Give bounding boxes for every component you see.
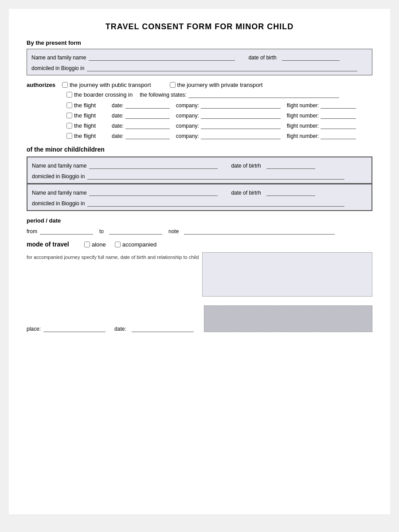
flight-1-company-group: company:	[176, 101, 281, 109]
public-transport-checkbox[interactable]	[62, 82, 68, 88]
flight-row-4: the flight date: company: flight number:	[66, 131, 372, 139]
child-2-box: Name and family name date of birtrh domi…	[27, 184, 372, 211]
place-input[interactable]	[43, 324, 106, 332]
accompanied-checkbox[interactable]	[115, 242, 121, 247]
child-2-name-label: Name and family name	[32, 190, 86, 196]
accompanied-details-textarea[interactable]	[202, 252, 372, 297]
flight-1-company-input[interactable]	[201, 101, 281, 109]
mode-label: mode of travel	[27, 241, 84, 248]
public-transport-label: the journey with public transport	[70, 82, 151, 88]
child-1-domicile-row: domiciled in Bioggio in	[32, 172, 367, 180]
flight-2-company-group: company:	[176, 111, 281, 119]
flight-4-date-group: date:	[112, 131, 170, 139]
private-transport-checkbox-item: the journery with private transport	[170, 82, 263, 88]
border-states-input[interactable]	[188, 90, 339, 98]
flight-1-date-group: date:	[112, 101, 170, 109]
parent-name-input[interactable]	[89, 53, 235, 61]
flight-3-date-group: date:	[112, 121, 170, 129]
form-page: TRAVEL CONSENT FORM FOR MINOR CHILD By t…	[9, 9, 390, 514]
flight-4-number-group: flight number:	[287, 131, 356, 139]
period-heading: period / date	[27, 217, 372, 224]
flight-3-company-input[interactable]	[201, 121, 281, 129]
note-label: note	[168, 228, 179, 235]
flight-4-checkbox[interactable]	[66, 133, 72, 139]
flight-3-company-label: company:	[176, 123, 199, 129]
to-input[interactable]	[109, 227, 162, 235]
flight-4-company-group: company:	[176, 131, 281, 139]
flight-3-checkbox[interactable]	[66, 123, 72, 129]
flight-4-number-input[interactable]	[321, 131, 356, 139]
flight-4-date-label: date:	[112, 133, 124, 139]
parent-info-box: Name and family name date of birth domic…	[27, 49, 372, 75]
authorizes-transport-row: authorizes the journey with public trans…	[27, 82, 372, 88]
child-1-name-label: Name and family name	[32, 163, 86, 169]
textarea-description: for accompanied journey specify full nam…	[27, 252, 202, 297]
flight-2-date-input[interactable]	[125, 111, 170, 119]
from-input[interactable]	[40, 227, 93, 235]
child-1-box: Name and family name date of birtrh domi…	[27, 157, 372, 184]
flight-1-date-input[interactable]	[125, 101, 170, 109]
form-title: TRAVEL CONSENT FORM FOR MINOR CHILD	[27, 22, 372, 31]
flight-1-date-label: date:	[112, 102, 124, 109]
flight-2-label: the flight	[74, 112, 96, 119]
flight-2-number-input[interactable]	[321, 111, 356, 119]
bottom-left: place: date:	[27, 324, 195, 332]
flight-3-number-label: flight number:	[287, 123, 319, 129]
child-1-dob-label: date of birtrh	[231, 163, 261, 169]
parent-domicile-input[interactable]	[87, 63, 357, 71]
flight-2-date-group: date:	[112, 111, 170, 119]
flight-3-number-input[interactable]	[321, 121, 356, 129]
following-states-label: the following states:	[140, 92, 186, 98]
child-2-domicile-input[interactable]	[87, 199, 344, 207]
textarea-section: for accompanied journey specify full nam…	[27, 252, 372, 297]
child-1-dob-input[interactable]	[266, 161, 315, 169]
by-present-form-label: By the present form	[27, 39, 372, 46]
flight-2-number-label: flight number:	[287, 113, 319, 119]
flight-3-date-label: date:	[112, 123, 124, 129]
accompanied-label: accompanied	[122, 241, 156, 248]
child-1-name-input[interactable]	[89, 161, 218, 169]
flight-2-company-input[interactable]	[201, 111, 281, 119]
child-2-domicile-row: domiciled in Bioggio in	[32, 199, 367, 207]
period-section: period / date from to note	[27, 217, 372, 235]
child-1-domicile-input[interactable]	[87, 172, 344, 180]
flight-1-number-group: flight number:	[287, 101, 356, 109]
to-label: to	[99, 228, 104, 235]
flight-row-3: the flight date: company: flight number:	[66, 121, 372, 129]
period-row: from to note	[27, 227, 372, 235]
flight-4-company-input[interactable]	[201, 131, 281, 139]
flight-1-number-input[interactable]	[321, 101, 356, 109]
flight-4-checkbox-item: the flight	[66, 133, 106, 139]
border-crossing-checkbox[interactable]	[66, 92, 72, 98]
flight-1-checkbox[interactable]	[66, 102, 72, 108]
authorizes-section: authorizes the journey with public trans…	[27, 82, 372, 141]
child-2-name-input[interactable]	[89, 188, 218, 196]
flight-2-checkbox[interactable]	[66, 113, 72, 118]
flight-3-date-input[interactable]	[125, 121, 170, 129]
child-1-name-row: Name and family name date of birtrh	[32, 161, 367, 169]
alone-checkbox-item: alone	[84, 241, 106, 248]
flight-row-1: the flight date: company: flight number:	[66, 101, 372, 109]
flight-4-date-input[interactable]	[125, 131, 170, 139]
alone-label: alone	[92, 241, 106, 248]
date-label: date:	[114, 326, 126, 332]
flight-2-date-label: date:	[112, 113, 124, 119]
mode-row: mode of travel alone accompanied	[27, 241, 372, 248]
alone-checkbox[interactable]	[84, 242, 90, 247]
mode-section: mode of travel alone accompanied	[27, 241, 372, 248]
parent-domicile-row: domiciled in Bioggio in	[31, 63, 368, 71]
signature-box	[204, 305, 372, 332]
date-input[interactable]	[132, 324, 194, 332]
child-2-name-row: Name and family name date of birtrh	[32, 188, 367, 196]
flight-3-company-group: company:	[176, 121, 281, 129]
public-transport-checkbox-item: the journey with public transport	[62, 82, 151, 88]
note-input[interactable]	[184, 227, 335, 235]
private-transport-checkbox[interactable]	[170, 82, 176, 88]
child-2-dob-input[interactable]	[266, 188, 315, 196]
from-label: from	[27, 228, 37, 235]
flight-3-label: the flight	[74, 122, 96, 129]
flight-1-company-label: company:	[176, 102, 199, 109]
accompanied-checkbox-item: accompanied	[115, 241, 156, 248]
parent-dob-input[interactable]	[282, 53, 340, 61]
parent-name-label: Name and family name	[31, 55, 86, 61]
